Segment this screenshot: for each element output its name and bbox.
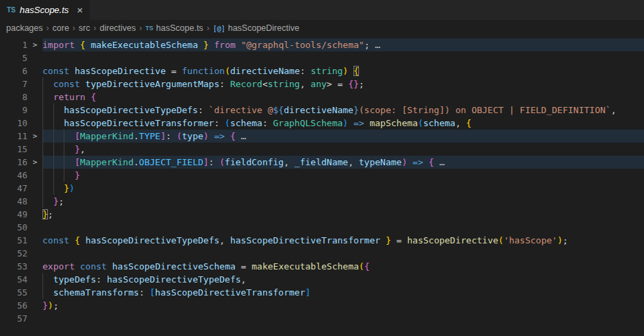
line-number[interactable]: 52 (0, 247, 27, 260)
line-number[interactable]: 48 (0, 195, 27, 208)
code-token: directiveName (284, 105, 354, 115)
code-token: fieldConfig (225, 157, 284, 167)
line-number[interactable]: 49 (0, 208, 27, 221)
code-line[interactable]: 48 }; (0, 195, 644, 208)
line-number[interactable]: 47 (0, 182, 27, 195)
code-line[interactable]: 10 hasScopeDirectiveTransformer: (schema… (0, 117, 644, 130)
code-token: hasScopeDirectiveTransformer (230, 235, 380, 245)
line-number[interactable]: 1 (0, 38, 27, 51)
line-number[interactable]: 10 (0, 117, 27, 130)
breadcrumb-item-src[interactable]: src (79, 23, 90, 33)
code-token: typeDirectiveArgumentMaps (86, 79, 220, 89)
code-token: { (354, 66, 359, 76)
line-number[interactable]: 51 (0, 234, 27, 247)
code-line[interactable]: 16> [MapperKind.OBJECT_FIELD]: (fieldCon… (0, 156, 644, 169)
code-line[interactable]: 5 (0, 51, 644, 64)
code-token: … (375, 40, 380, 50)
line-content: schemaTransforms: [hasScopeDirectiveTran… (42, 286, 644, 299)
code-line[interactable]: 49}; (0, 208, 644, 221)
line-number[interactable]: 46 (0, 169, 27, 182)
line-number[interactable]: 5 (0, 51, 27, 64)
code-token: ; (359, 79, 364, 89)
code-line[interactable]: 55 schemaTransforms: [hasScopeDirectiveT… (0, 286, 644, 299)
code-token: , (219, 235, 230, 245)
breadcrumb-item-directives[interactable]: directives (100, 23, 136, 33)
gutter: 54 (0, 273, 42, 286)
code-line[interactable]: 47 }) (0, 182, 644, 195)
code-token: => (348, 118, 369, 128)
breadcrumb-item-hasScope-ts[interactable]: TShasScope.ts (145, 23, 203, 33)
fold-chevron-icon[interactable]: > (27, 38, 42, 51)
gutter: 47 (0, 182, 42, 195)
gutter: 46 (0, 169, 42, 182)
tab-hasScope[interactable]: TS hasScope.ts × (0, 0, 90, 20)
line-number[interactable]: 7 (0, 77, 27, 91)
code-token: const (80, 261, 112, 272)
code-token: } (75, 144, 80, 154)
fold-chevron-icon[interactable]: > (27, 156, 42, 169)
fold-column (27, 312, 42, 325)
line-number[interactable]: 6 (0, 64, 27, 77)
code-token: ) (69, 183, 75, 193)
gutter: 7 (0, 77, 42, 91)
code-line[interactable]: 56}); (0, 299, 644, 312)
code-line[interactable]: 9 hasScopeDirectiveTypeDefs: `directive … (0, 104, 644, 117)
code-token: < (262, 79, 268, 89)
code-token: ; (48, 209, 53, 219)
fold-column (27, 286, 42, 299)
line-number[interactable]: 16 (0, 156, 27, 169)
code-line[interactable]: 15 }, (0, 143, 644, 156)
line-number[interactable]: 15 (0, 143, 27, 156)
code-line[interactable]: 51const { hasScopeDirectiveTypeDefs, has… (0, 234, 644, 247)
code-editor: 1>import { makeExecutableSchema } from "… (0, 36, 644, 325)
code-line[interactable]: 7 const typeDirectiveArgumentMaps: Recor… (0, 77, 644, 91)
code-line[interactable]: 6const hasScopeDirective = function(dire… (0, 64, 644, 77)
gutter: 55 (0, 286, 42, 299)
code-token: mapSchema (369, 118, 417, 128)
line-number[interactable]: 57 (0, 312, 27, 325)
code-token: {} (348, 79, 359, 89)
indent-guide (64, 156, 75, 169)
line-number[interactable]: 55 (0, 286, 27, 299)
code-line[interactable]: 8 return { (0, 91, 644, 104)
code-line[interactable]: 46 } (0, 169, 644, 182)
line-number[interactable]: 50 (0, 221, 27, 234)
code-token: hasScopeDirectiveSchema (112, 261, 236, 272)
indent-guide (42, 91, 53, 104)
line-number[interactable]: 54 (0, 273, 27, 286)
gutter: 49 (0, 208, 42, 221)
line-content (42, 221, 644, 234)
code-line[interactable]: 53export const hasScopeDirectiveSchema =… (0, 260, 644, 273)
line-number[interactable]: 8 (0, 91, 27, 104)
line-number[interactable]: 9 (0, 104, 27, 117)
indent-guide (42, 117, 53, 130)
code-line[interactable]: 52 (0, 247, 644, 260)
indent-guide (42, 143, 53, 156)
line-number[interactable]: 56 (0, 299, 27, 312)
indent-guide (53, 143, 64, 156)
fold-column (27, 169, 42, 182)
breadcrumb-item-packages[interactable]: packages (6, 23, 43, 33)
code-token: } (380, 235, 391, 245)
line-number[interactable]: 53 (0, 260, 27, 273)
code-line[interactable]: 50 (0, 221, 644, 234)
code-token: } (42, 209, 48, 219)
code-token: 'hasScope' (504, 235, 557, 245)
fold-column (27, 208, 42, 221)
code-token: schema (423, 118, 456, 128)
gutter: 16> (0, 156, 42, 169)
line-number[interactable]: 11 (0, 130, 27, 143)
code-token: . (134, 157, 139, 167)
indent-guide (53, 156, 64, 169)
code-line[interactable]: 11> [MapperKind.TYPE]: (type) => { … (0, 130, 644, 143)
breadcrumb-item-hasScopeDirective[interactable]: [@]hasScopeDirective (213, 23, 299, 33)
close-icon[interactable]: × (77, 5, 83, 15)
code-line[interactable]: 57 (0, 312, 644, 325)
gutter: 10 (0, 117, 42, 130)
breadcrumb-item-core[interactable]: core (53, 23, 69, 33)
code-token: => (407, 157, 428, 167)
indent-guide (53, 182, 64, 195)
code-line[interactable]: 1>import { makeExecutableSchema } from "… (0, 38, 644, 51)
fold-chevron-icon[interactable]: > (27, 130, 42, 143)
code-line[interactable]: 54 typeDefs: hasScopeDirectiveTypeDefs, (0, 273, 644, 286)
